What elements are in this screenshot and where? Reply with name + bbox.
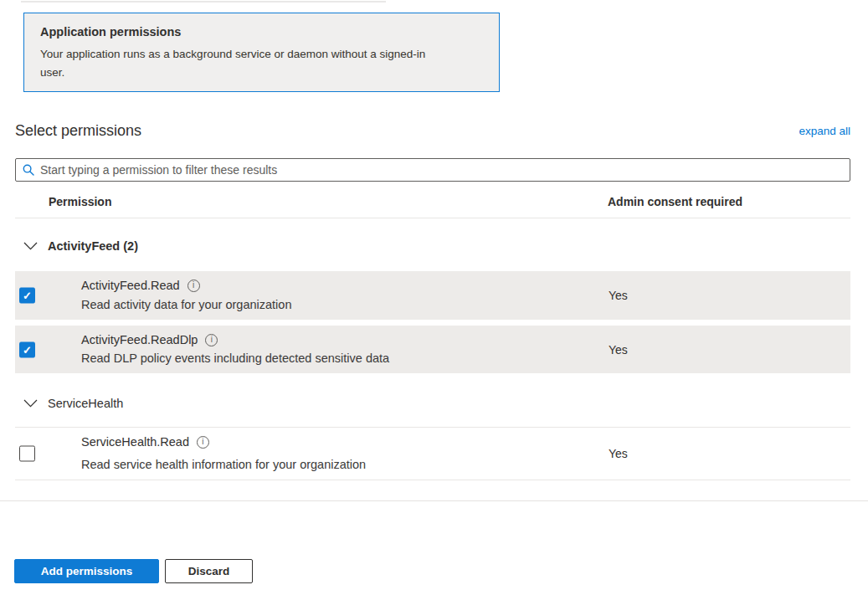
permission-name: ActivityFeed.ReadDlp bbox=[81, 333, 198, 346]
column-header-permission: Permission bbox=[49, 195, 111, 208]
info-icon[interactable]: i bbox=[205, 334, 218, 346]
column-header-admin-consent: Admin consent required bbox=[608, 195, 742, 208]
info-icon[interactable]: i bbox=[187, 280, 200, 292]
admin-consent-value: Yes bbox=[609, 447, 628, 460]
expand-all-link[interactable]: expand all bbox=[799, 125, 850, 137]
cut-off-card-edge bbox=[21, 1, 386, 3]
application-permissions-card-title: Application permissions bbox=[40, 25, 483, 38]
row-divider bbox=[15, 480, 850, 480]
group-header-servicehealth[interactable]: ServiceHealth bbox=[0, 390, 868, 417]
permissions-table-header: Permission Admin consent required bbox=[0, 187, 868, 218]
application-permissions-card-description: Your application runs as a background se… bbox=[40, 45, 437, 81]
group-label-servicehealth: ServiceHealth bbox=[48, 397, 123, 410]
chevron-down-icon bbox=[23, 242, 38, 250]
select-permissions-header-row: Select permissions expand all bbox=[15, 119, 850, 142]
group-label-activityfeed: ActivityFeed (2) bbox=[48, 239, 138, 253]
permission-description: Read DLP policy events including detecte… bbox=[81, 351, 389, 365]
permission-description: Read activity data for your organization bbox=[81, 298, 291, 311]
chevron-down-icon bbox=[23, 399, 38, 408]
admin-consent-value: Yes bbox=[609, 343, 628, 357]
permission-search-box[interactable] bbox=[15, 158, 850, 182]
application-permissions-card[interactable]: Application permissions Your application… bbox=[23, 13, 500, 92]
permission-row-servicehealth-read[interactable]: ServiceHealth.Read i Read service health… bbox=[15, 428, 850, 480]
permission-name: ActivityFeed.Read bbox=[81, 279, 180, 292]
search-icon bbox=[23, 164, 34, 176]
admin-consent-value: Yes bbox=[609, 289, 628, 302]
info-icon[interactable]: i bbox=[197, 436, 209, 449]
add-permissions-button[interactable]: Add permissions bbox=[14, 559, 159, 583]
permission-search-input[interactable] bbox=[40, 163, 843, 177]
row-checkbox[interactable] bbox=[19, 341, 35, 357]
group-header-activityfeed[interactable]: ActivityFeed (2) bbox=[0, 233, 868, 259]
permission-name: ServiceHealth.Read bbox=[81, 435, 189, 449]
permission-description: Read service health information for your… bbox=[81, 458, 366, 471]
footer-section-divider bbox=[0, 500, 868, 501]
request-api-permissions-panel: Application permissions Your application… bbox=[0, 0, 868, 590]
footer-actions: Add permissions Discard bbox=[14, 559, 253, 583]
permission-row-activityfeed-readdlp[interactable]: ActivityFeed.ReadDlp i Read DLP policy e… bbox=[15, 326, 850, 373]
select-permissions-heading: Select permissions bbox=[15, 122, 141, 140]
table-header-divider bbox=[15, 218, 850, 218]
discard-button[interactable]: Discard bbox=[165, 559, 253, 583]
permission-row-activityfeed-read[interactable]: ActivityFeed.Read i Read activity data f… bbox=[15, 271, 850, 320]
row-checkbox[interactable] bbox=[19, 446, 35, 462]
row-checkbox[interactable] bbox=[19, 288, 35, 304]
